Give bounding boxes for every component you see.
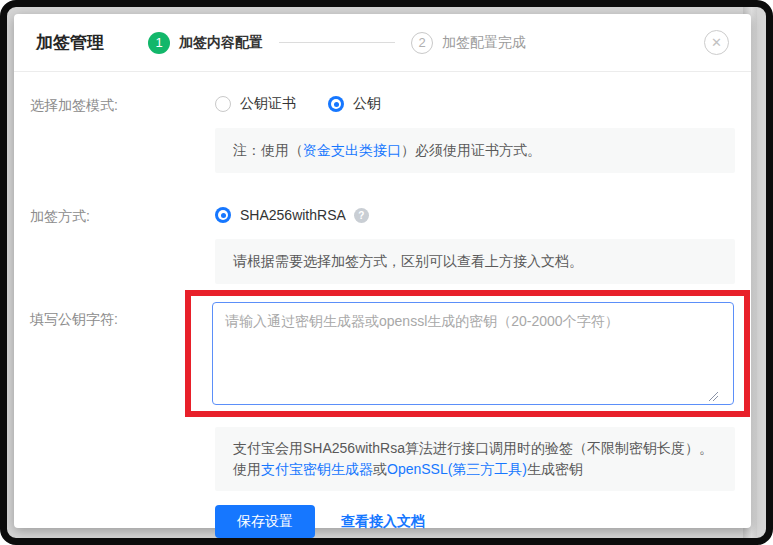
sign-mode-note-suffix: ）必须使用证书方式。 — [401, 142, 541, 158]
step-2-number: 2 — [411, 32, 433, 54]
view-docs-link[interactable]: 查看接入文档 — [341, 513, 425, 531]
red-highlight-box — [185, 290, 750, 417]
screenshot-frame: 加签管理 1 加签内容配置 2 加签配置完成 ✕ 选择加签模式: — [0, 0, 773, 545]
dialog-header: 加签管理 1 加签内容配置 2 加签配置完成 ✕ — [14, 14, 751, 72]
radio-public-key-label[interactable]: 公钥 — [353, 95, 381, 113]
step-1-number: 1 — [148, 32, 170, 54]
step-2: 2 加签配置完成 — [411, 32, 526, 54]
key-generator-link[interactable]: 支付宝密钥生成器 — [261, 461, 373, 477]
public-key-input[interactable] — [212, 302, 734, 405]
radio-sha256withrsa-label[interactable]: SHA256withRSA — [240, 207, 346, 223]
help-text-mid: 或 — [373, 461, 387, 477]
action-bar: 保存设置 查看接入文档 — [215, 505, 735, 538]
sign-method-radio-group: SHA256withRSA ? — [215, 205, 735, 225]
resize-grip-icon[interactable] — [709, 392, 718, 401]
sign-mode-radio-group: 公钥证书 公钥 — [215, 94, 735, 114]
help-text-2: 生成密钥 — [527, 461, 583, 477]
row-sign-mode: 选择加签模式: 公钥证书 公钥 注：使用（资金支出类接口）必须使用证书方式。 — [14, 94, 751, 173]
row-public-key: 填写公钥字符: 支付宝会用SHA256withRsa算法进行接口调用时的验签（不… — [14, 308, 751, 538]
sign-mode-label: 选择加签模式: — [14, 94, 215, 173]
radio-public-key[interactable] — [328, 96, 344, 112]
save-settings-button[interactable]: 保存设置 — [215, 505, 315, 538]
sign-management-dialog: 加签管理 1 加签内容配置 2 加签配置完成 ✕ 选择加签模式: — [14, 14, 751, 528]
sign-mode-note-prefix: 注：使用（ — [233, 142, 303, 158]
step-2-label: 加签配置完成 — [442, 34, 526, 52]
dialog-title: 加签管理 — [36, 31, 104, 54]
radio-sha256withrsa[interactable] — [215, 207, 231, 223]
sign-method-note: 请根据需要选择加签方式，区别可以查看上方接入文档。 — [215, 239, 735, 284]
public-key-help: 支付宝会用SHA256withRsa算法进行接口调用时的验签（不限制密钥长度）。… — [215, 427, 735, 491]
sign-method-label: 加签方式: — [14, 205, 215, 284]
step-1: 1 加签内容配置 — [148, 32, 263, 54]
step-indicator: 1 加签内容配置 2 加签配置完成 — [148, 32, 526, 54]
close-icon[interactable]: ✕ — [704, 30, 729, 55]
funds-api-link[interactable]: 资金支出类接口 — [303, 142, 401, 158]
sign-mode-note: 注：使用（资金支出类接口）必须使用证书方式。 — [215, 128, 735, 173]
radio-public-key-cert-label[interactable]: 公钥证书 — [240, 95, 296, 113]
row-sign-method: 加签方式: SHA256withRSA ? 请根据需要选择加签方式，区别可以查看… — [14, 205, 751, 284]
radio-public-key-cert[interactable] — [215, 96, 231, 112]
step-connector-line — [279, 42, 395, 43]
question-icon[interactable]: ? — [354, 208, 369, 223]
dialog-body: 选择加签模式: 公钥证书 公钥 注：使用（资金支出类接口）必须使用证书方式。 — [14, 72, 751, 538]
step-1-label: 加签内容配置 — [179, 34, 263, 52]
openssl-link[interactable]: OpenSSL(第三方工具) — [387, 461, 527, 477]
